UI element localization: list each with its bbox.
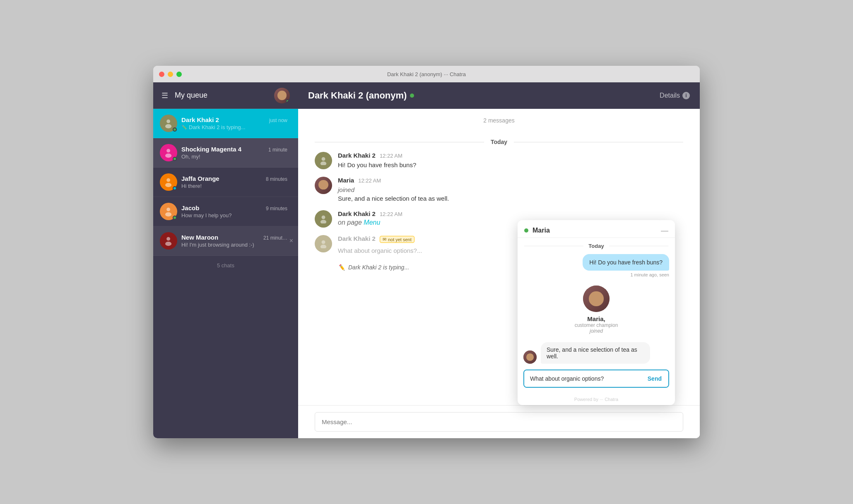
chat-name-2: Shocking Magenta 4 — [181, 146, 241, 153]
main-area: ☰ My queue — [153, 82, 700, 438]
online-dot-2 — [173, 157, 177, 161]
window-title: Dark Khaki 2 (anonym) ··· Chatra — [387, 71, 466, 77]
msg-header-3: Dark Khaki 2 12:22 AM — [338, 210, 683, 217]
chat-avatar-shocking-magenta — [160, 144, 177, 161]
widget-bubble-meta: 1 minute ago, seen — [630, 272, 669, 277]
delete-chat-button[interactable]: × — [289, 237, 293, 245]
chat-name-3: Jaffa Orange — [181, 175, 219, 182]
msg-time-1: 12:22 AM — [380, 153, 402, 159]
chat-preview-1: ✏️ Dark Khaki 2 is typing... — [181, 124, 287, 130]
maximize-button[interactable] — [176, 72, 182, 77]
chat-list: Dark Khaki 2 just now ✏️ Dark Khaki 2 is… — [153, 109, 298, 438]
widget-agent-name: Maria, — [587, 315, 605, 322]
widget-outgoing-bubble: Hi! Do you have fresh buns? — [583, 254, 669, 271]
typing-pencil-icon: ✏️ — [181, 125, 187, 130]
widget-footer: Powered by ··· Chatra — [518, 394, 675, 405]
message-input[interactable] — [315, 412, 683, 432]
svg-point-5 — [165, 183, 171, 187]
msg-content-1: Dark Khaki 2 12:22 AM Hi! Do you have fr… — [338, 152, 683, 169]
widget-message-input[interactable] — [524, 370, 641, 387]
minimize-button[interactable] — [168, 72, 173, 77]
widget-incoming-bubble: Sure, and a nice selection of tea as wel… — [541, 342, 650, 364]
header-online-dot — [410, 94, 414, 98]
msg-sender-3: Dark Khaki 2 — [338, 210, 376, 217]
svg-point-7 — [165, 213, 171, 217]
msg-time-3: 12:22 AM — [380, 211, 402, 217]
chat-info-3: Jaffa Orange 8 minutes Hi there! — [177, 175, 292, 189]
msg-text-1: Hi! Do you have fresh buns? — [338, 161, 683, 169]
page-link[interactable]: Menu — [364, 219, 380, 226]
chat-item-jaffa-orange[interactable]: Jaffa Orange 8 minutes Hi there! — [153, 168, 298, 197]
msg-time-2: 12:22 AM — [358, 178, 381, 184]
widget-online-dot — [524, 228, 528, 233]
msg-avatar-4 — [315, 235, 332, 252]
msg-sender-1: Dark Khaki 2 — [338, 152, 376, 159]
chat-name-1: Dark Khaki 2 — [181, 116, 219, 123]
svg-point-4 — [167, 178, 171, 182]
svg-point-3 — [165, 154, 171, 158]
widget-send-button[interactable]: Send — [641, 370, 668, 387]
svg-point-0 — [167, 120, 171, 123]
chat-preview-4: How may I help you? — [181, 212, 287, 218]
chat-avatar-jacob — [160, 203, 177, 220]
svg-point-9 — [165, 242, 171, 246]
chat-count: 5 chats — [153, 256, 298, 275]
agent-avatar[interactable] — [274, 88, 290, 103]
svg-point-1 — [165, 125, 171, 129]
msg-avatar-1 — [315, 152, 332, 169]
widget-agent-joined: joined — [590, 328, 603, 334]
svg-point-10 — [322, 157, 325, 161]
sidebar: ☰ My queue — [153, 82, 298, 438]
widget-header: Maria — — [518, 220, 675, 238]
chat-time-5: 21 minut… — [263, 235, 287, 241]
chat-name-4: Jacob — [181, 204, 199, 211]
widget-messages: Hi! Do you have fresh buns? 1 minute ago… — [518, 254, 675, 364]
day-divider-line — [315, 142, 484, 142]
window-controls — [159, 72, 182, 77]
chat-preview-3: Hi there! — [181, 183, 287, 189]
widget-minimize-button[interactable]: — — [661, 227, 668, 234]
chat-avatar-dark-khaki-2 — [160, 115, 177, 132]
app-window: Dark Khaki 2 (anonym) ··· Chatra ☰ My qu… — [153, 66, 700, 438]
msg-sender-2: Maria — [338, 177, 354, 184]
chat-item-dark-khaki-2[interactable]: Dark Khaki 2 just now ✏️ Dark Khaki 2 is… — [153, 109, 298, 138]
not-sent-badge: ✉ not yet sent — [380, 236, 414, 243]
online-dot-4 — [173, 216, 177, 220]
chat-avatar-jaffa-orange — [160, 173, 177, 191]
messages-count: 2 messages — [315, 117, 683, 124]
msg-content-2: Maria 12:22 AM joined Sure, and a nice s… — [338, 177, 683, 203]
titlebar: Dark Khaki 2 (anonym) ··· Chatra — [153, 66, 700, 82]
svg-point-2 — [167, 149, 171, 153]
chat-header-name: Dark Khaki 2 (anonym) — [308, 90, 660, 101]
chat-info-5: New Maroon 21 minut… Hi! I'm just browsi… — [177, 234, 292, 248]
close-button[interactable] — [159, 72, 164, 77]
msg-avatar-2 — [315, 177, 332, 194]
widget-agent-title: customer champion — [575, 322, 618, 328]
msg-header-1: Dark Khaki 2 12:22 AM — [338, 152, 683, 159]
widget-divider-line-right — [609, 246, 668, 246]
widget-today-label: Today — [588, 243, 604, 249]
chat-time-4: 9 minutes — [266, 206, 287, 211]
svg-point-12 — [322, 216, 325, 219]
chat-time-3: 8 minutes — [266, 176, 287, 182]
chat-item-jacob[interactable]: Jacob 9 minutes How may I help you? — [153, 197, 298, 226]
chat-item-shocking-magenta[interactable]: Shocking Magenta 4 1 minute Oh, my! — [153, 138, 298, 168]
chat-item-new-maroon[interactable]: New Maroon 21 minut… Hi! I'm just browsi… — [153, 226, 298, 256]
msg-sender-4: Dark Khaki 2 — [338, 235, 376, 242]
chat-widget: Maria — Today Hi! Do you have fresh buns… — [518, 220, 675, 405]
chat-time-1: just now — [269, 118, 287, 123]
day-divider: Today — [315, 139, 683, 145]
chat-preview-5: Hi! I'm just browsing around :-) — [181, 242, 287, 248]
details-button[interactable]: Details i — [660, 92, 690, 99]
day-divider-text: Today — [491, 139, 507, 145]
chat-info-1: Dark Khaki 2 just now ✏️ Dark Khaki 2 is… — [177, 116, 292, 130]
svg-point-11 — [320, 161, 326, 165]
svg-point-14 — [322, 240, 325, 244]
chat-input-area — [298, 405, 700, 438]
svg-point-15 — [320, 245, 326, 248]
widget-title: Maria — [533, 227, 657, 234]
chat-info-4: Jacob 9 minutes How may I help you? — [177, 204, 292, 218]
msg-text-2: Sure, and a nice selection of tea as wel… — [338, 194, 683, 203]
msg-header-2: Maria 12:22 AM — [338, 177, 683, 184]
menu-icon[interactable]: ☰ — [161, 91, 168, 100]
